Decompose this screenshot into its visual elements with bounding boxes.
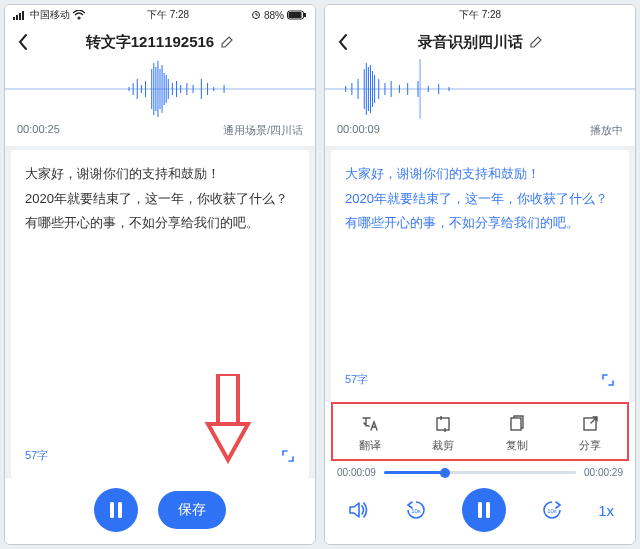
share-icon [580, 414, 600, 434]
svg-text:10s: 10s [411, 508, 421, 514]
transcript-text[interactable]: 大家好，谢谢你们的支持和鼓励！ 2020年就要结束了，这一年，你收获了什么？有哪… [25, 162, 295, 441]
svg-rect-0 [13, 17, 15, 20]
scene-dialect-label[interactable]: 通用场景/四川话 [223, 123, 303, 138]
content-area: 大家好，谢谢你们的支持和鼓励！ 2020年就要结束了，这一年，你收获了什么？有哪… [325, 146, 635, 402]
page-title: 转文字1211192516 [86, 33, 214, 52]
playback-rate-button[interactable]: 1x [598, 502, 614, 519]
content-area: 大家好，谢谢你们的支持和鼓励！ 2020年就要结束了，这一年，你收获了什么？有哪… [5, 146, 315, 478]
chevron-left-icon [337, 33, 349, 51]
waveform[interactable] [5, 59, 315, 119]
alarm-icon [251, 10, 261, 20]
char-count-badge: 57字 [345, 369, 368, 390]
tool-label: 复制 [506, 438, 528, 453]
save-button[interactable]: 保存 [158, 491, 226, 529]
statusbar: 下午 7:28 [325, 5, 635, 25]
save-label: 保存 [178, 501, 206, 519]
svg-rect-33 [118, 502, 122, 518]
phone-left: 中国移动 下午 7:28 88% 转文字1211192516 [4, 4, 316, 545]
media-controls: 10s 10s 1x [325, 478, 635, 544]
nav-bar: 转文字1211192516 [5, 25, 315, 59]
pause-icon [476, 501, 492, 519]
pause-icon [108, 501, 124, 519]
signal-icon [13, 10, 27, 20]
playback-rate-label: 1x [598, 502, 614, 519]
progress-row: 00:00:09 00:00:29 [325, 461, 635, 478]
chevron-left-icon [17, 33, 29, 51]
expand-icon[interactable] [601, 373, 615, 387]
trim-icon [433, 414, 453, 434]
svg-rect-57 [511, 418, 521, 430]
carrier-label: 中国移动 [30, 8, 70, 22]
progress-slider[interactable] [384, 471, 576, 474]
volume-button[interactable] [346, 498, 370, 522]
bottom-bar: 保存 [5, 478, 315, 544]
transcript-card: 大家好，谢谢你们的支持和鼓励！ 2020年就要结束了，这一年，你收获了什么？有哪… [331, 150, 629, 402]
tool-copy[interactable]: 复制 [480, 414, 554, 453]
copy-icon [507, 414, 527, 434]
transcript-card: 大家好，谢谢你们的支持和鼓励！ 2020年就要结束了，这一年，你收获了什么？有哪… [11, 150, 309, 478]
clock-label: 下午 7:28 [459, 8, 501, 22]
elapsed-time: 00:00:25 [17, 123, 60, 138]
phone-right: 下午 7:28 录音识别四川话 00:00:09 播放中 [324, 4, 636, 545]
svg-rect-1 [16, 15, 18, 20]
skip-forward-icon: 10s [540, 498, 564, 522]
tool-trim[interactable]: 裁剪 [407, 414, 481, 453]
progress-total: 00:00:29 [584, 467, 623, 478]
svg-rect-61 [486, 502, 490, 518]
tool-translate[interactable]: 翻译 [333, 414, 407, 453]
transcript-text[interactable]: 大家好，谢谢你们的支持和鼓励！ 2020年就要结束了，这一年，你收获了什么？有哪… [345, 162, 615, 365]
svg-rect-3 [22, 11, 24, 20]
battery-icon [287, 10, 307, 20]
tool-label: 翻译 [359, 438, 381, 453]
waveform[interactable] [325, 59, 635, 119]
edit-icon[interactable] [529, 35, 543, 49]
info-row: 00:00:09 播放中 [325, 119, 635, 146]
pause-button[interactable] [94, 488, 138, 532]
svg-rect-7 [304, 13, 306, 17]
play-state-label: 播放中 [590, 123, 623, 138]
wifi-icon [73, 10, 85, 20]
info-row: 00:00:25 通用场景/四川话 [5, 119, 315, 146]
edit-icon[interactable] [220, 35, 234, 49]
toolbox: 翻译 裁剪 复制 分享 [331, 402, 629, 461]
translate-icon [360, 414, 380, 434]
elapsed-time: 00:00:09 [337, 123, 380, 138]
page-title: 录音识别四川话 [418, 33, 523, 52]
svg-text:10s: 10s [547, 508, 557, 514]
skip-back-button[interactable]: 10s [404, 498, 428, 522]
pause-button[interactable] [462, 488, 506, 532]
battery-label: 88% [264, 10, 284, 21]
clock-label: 下午 7:28 [147, 8, 189, 22]
volume-icon [346, 498, 370, 522]
expand-icon[interactable] [281, 449, 295, 463]
skip-back-icon: 10s [404, 498, 428, 522]
progress-current: 00:00:09 [337, 467, 376, 478]
svg-rect-60 [478, 502, 482, 518]
statusbar: 中国移动 下午 7:28 88% [5, 5, 315, 25]
svg-rect-56 [437, 418, 449, 430]
skip-forward-button[interactable]: 10s [540, 498, 564, 522]
tool-label: 分享 [579, 438, 601, 453]
tool-share[interactable]: 分享 [554, 414, 628, 453]
back-button[interactable] [333, 32, 353, 52]
svg-rect-6 [288, 12, 301, 18]
nav-bar: 录音识别四川话 [325, 25, 635, 59]
back-button[interactable] [13, 32, 33, 52]
tool-label: 裁剪 [432, 438, 454, 453]
svg-rect-2 [19, 13, 21, 20]
char-count-badge: 57字 [25, 445, 48, 466]
svg-rect-32 [110, 502, 114, 518]
